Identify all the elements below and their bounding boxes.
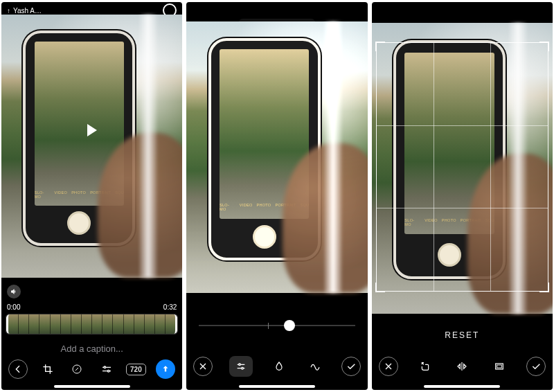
slider-center-tick <box>268 323 269 329</box>
crop-handle-tr[interactable] <box>539 42 549 51</box>
markup-button[interactable] <box>67 359 87 379</box>
home-indicator <box>239 385 315 388</box>
video-preview[interactable]: SLO-MO VIDEO PHOTO PORTRAIT SQU <box>1 15 182 278</box>
time-row: 0:00 0:32 <box>1 303 182 311</box>
curves-tab[interactable] <box>305 357 325 376</box>
check-icon <box>530 361 542 372</box>
caption-input[interactable]: Add a caption... <box>1 344 182 354</box>
flip-icon <box>456 361 467 372</box>
sliders-icon <box>235 361 247 372</box>
crop-handle-bl[interactable] <box>375 283 385 292</box>
back-button[interactable] <box>8 359 28 379</box>
cancel-button[interactable] <box>379 357 398 376</box>
image-preview[interactable]: SLO-MO VIDEO PHOTO PORTRAIT SQU <box>186 21 367 293</box>
panel-brightness-adjust: Brightness +0.24 SLO-MO VIDEO PHOTO PORT… <box>186 2 367 390</box>
crop-icon <box>42 364 53 375</box>
crop-tool-button[interactable] <box>38 359 57 379</box>
home-indicator <box>54 385 130 388</box>
brightness-slider-knob[interactable] <box>284 320 295 331</box>
svg-point-3 <box>239 364 241 366</box>
up-caret-icon: ↑ <box>7 7 10 15</box>
resolution-badge[interactable]: 720 <box>126 364 146 375</box>
wave-icon <box>310 361 321 372</box>
user-label: Yash A… <box>13 7 42 15</box>
svg-point-2 <box>107 370 109 372</box>
panel-crop: SLO-MO VIDEO PHOTO PORTRAIT SQU RESET <box>372 2 553 390</box>
reset-button[interactable]: RESET <box>372 330 553 340</box>
confirm-button[interactable] <box>341 357 361 376</box>
chevron-left-icon <box>12 364 24 375</box>
svg-point-4 <box>242 367 244 369</box>
send-button[interactable] <box>156 359 175 379</box>
crop-handle-br[interactable] <box>539 283 549 292</box>
sliders-icon <box>101 364 112 375</box>
speaker-icon <box>10 287 18 296</box>
filters-tab[interactable] <box>269 357 289 376</box>
svg-point-1 <box>104 366 106 368</box>
adjust-button[interactable] <box>97 359 116 379</box>
x-icon <box>197 361 208 372</box>
svg-rect-6 <box>497 365 501 368</box>
pen-circle-icon <box>71 364 82 375</box>
time-end: 0:32 <box>163 303 177 311</box>
home-indicator <box>424 385 500 388</box>
time-start: 0:00 <box>7 303 20 311</box>
brightness-slider-track[interactable] <box>199 325 355 326</box>
adjust-tab[interactable] <box>229 356 253 377</box>
arrow-up-icon <box>161 364 170 374</box>
crop-frame[interactable] <box>376 42 548 292</box>
aspect-icon <box>494 361 505 372</box>
cancel-button[interactable] <box>193 357 213 376</box>
bottom-toolbar <box>186 354 367 379</box>
confirm-button[interactable] <box>526 357 546 376</box>
check-icon <box>346 361 357 372</box>
rotate-button[interactable] <box>416 357 435 376</box>
panel-video-edit: ↑ Yash A… SLO-MO VIDEO PHOTO PORTRAIT SQ… <box>1 2 182 390</box>
droplet-icon <box>274 361 285 372</box>
rotate-icon <box>420 361 431 372</box>
bottom-toolbar: 720 <box>1 357 182 382</box>
crop-handle-tl[interactable] <box>375 42 385 51</box>
aspect-button[interactable] <box>490 357 509 376</box>
x-icon <box>383 361 394 372</box>
video-scrubber[interactable] <box>6 314 178 335</box>
bottom-toolbar <box>372 354 553 379</box>
play-icon[interactable] <box>87 124 97 136</box>
flip-button[interactable] <box>452 357 472 376</box>
mute-toggle[interactable] <box>7 285 21 299</box>
